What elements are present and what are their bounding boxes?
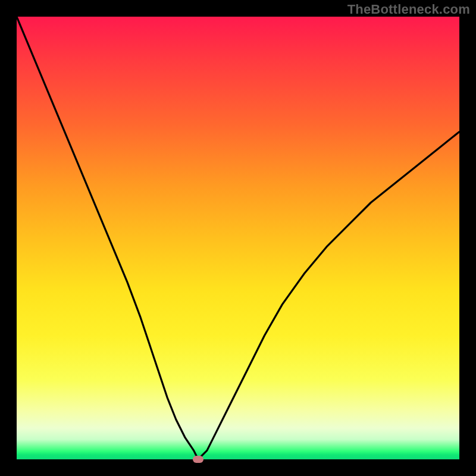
optimum-marker (193, 456, 203, 463)
chart-plot-area (17, 17, 459, 459)
curve-svg (17, 17, 459, 459)
bottleneck-curve-path (17, 17, 459, 459)
chart-frame: TheBottleneck.com (0, 0, 476, 476)
watermark-text: TheBottleneck.com (347, 2, 470, 17)
